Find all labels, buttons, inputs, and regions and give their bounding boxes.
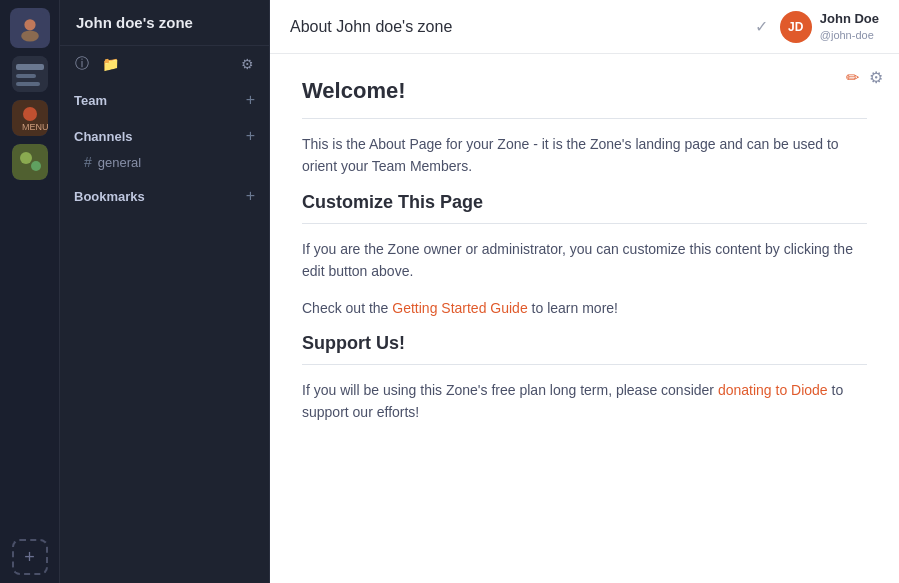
add-zone-button[interactable]: + xyxy=(12,539,48,575)
svg-rect-5 xyxy=(16,74,36,78)
channels-label: Channels xyxy=(74,129,133,144)
svg-text:MENU: MENU xyxy=(22,122,48,132)
settings-page-icon[interactable]: ⚙ xyxy=(869,68,883,87)
zone-avatar-2[interactable] xyxy=(12,56,48,92)
checkout-prefix: Check out the xyxy=(302,300,392,316)
user-info: John Doe @john-doe xyxy=(820,11,879,42)
check-icon[interactable]: ✓ xyxy=(755,17,768,36)
checkout-text: Check out the Getting Started Guide to l… xyxy=(302,297,867,319)
channels-add-button[interactable]: + xyxy=(246,128,255,144)
welcome-divider xyxy=(302,118,867,119)
main-header: About John doe's zone ✓ JD John Doe @joh… xyxy=(270,0,899,54)
svg-point-2 xyxy=(21,30,39,41)
channel-item-general[interactable]: # general xyxy=(60,150,269,174)
support-body: If you will be using this Zone's free pl… xyxy=(302,379,867,424)
bookmarks-section-header[interactable]: Bookmarks + xyxy=(60,182,269,210)
customize-divider xyxy=(302,223,867,224)
page-title: About John doe's zone xyxy=(290,18,755,36)
bookmarks-section: Bookmarks + xyxy=(60,178,269,214)
team-label: Team xyxy=(74,93,107,108)
bookmarks-add-button[interactable]: + xyxy=(246,188,255,204)
svg-point-1 xyxy=(24,19,35,30)
channels-section-header[interactable]: Channels + xyxy=(60,122,269,150)
svg-rect-4 xyxy=(16,64,44,70)
zone-avatar-main[interactable] xyxy=(10,8,50,48)
getting-started-link[interactable]: Getting Started Guide xyxy=(392,300,527,316)
support-prefix: If you will be using this Zone's free pl… xyxy=(302,382,718,398)
support-heading: Support Us! xyxy=(302,333,867,354)
svg-rect-6 xyxy=(16,82,40,86)
edit-icon[interactable]: ✏ xyxy=(846,68,859,87)
icon-bar: MENU + xyxy=(0,0,60,583)
svg-point-12 xyxy=(31,161,41,171)
channel-name-general: general xyxy=(98,155,141,170)
team-section-header[interactable]: Team + xyxy=(60,86,269,114)
channel-hash-icon: # xyxy=(84,154,92,170)
checkout-suffix: to learn more! xyxy=(528,300,618,316)
user-handle: @john-doe xyxy=(820,28,879,42)
support-divider xyxy=(302,364,867,365)
welcome-body: This is the About Page for your Zone - i… xyxy=(302,133,867,178)
team-section: Team + xyxy=(60,82,269,118)
customize-body: If you are the Zone owner or administrat… xyxy=(302,238,867,283)
info-icon[interactable]: ⓘ xyxy=(72,54,92,74)
team-add-button[interactable]: + xyxy=(246,92,255,108)
donate-link[interactable]: donating to Diode xyxy=(718,382,828,398)
welcome-heading: Welcome! xyxy=(302,78,867,104)
user-avatar[interactable]: JD xyxy=(780,11,812,43)
customize-heading: Customize This Page xyxy=(302,192,867,213)
user-name: John Doe xyxy=(820,11,879,28)
folder-icon[interactable]: 📁 xyxy=(100,54,120,74)
svg-point-8 xyxy=(23,107,37,121)
main-content: About John doe's zone ✓ JD John Doe @joh… xyxy=(270,0,899,583)
svg-point-11 xyxy=(20,152,32,164)
settings-icon[interactable]: ⚙ xyxy=(237,54,257,74)
zone-avatar-4[interactable] xyxy=(12,144,48,180)
body-toolbar: ✏ ⚙ xyxy=(846,68,883,87)
bookmarks-label: Bookmarks xyxy=(74,189,145,204)
sidebar-toolbar: ⓘ 📁 ⚙ xyxy=(60,46,269,82)
main-body: ✏ ⚙ Welcome! This is the About Page for … xyxy=(270,54,899,583)
zone-avatar-3[interactable]: MENU xyxy=(12,100,48,136)
channels-section: Channels + # general xyxy=(60,118,269,178)
sidebar: John doe's zone ⓘ 📁 ⚙ Team + Channels + … xyxy=(60,0,270,583)
zone-name: John doe's zone xyxy=(60,0,269,46)
